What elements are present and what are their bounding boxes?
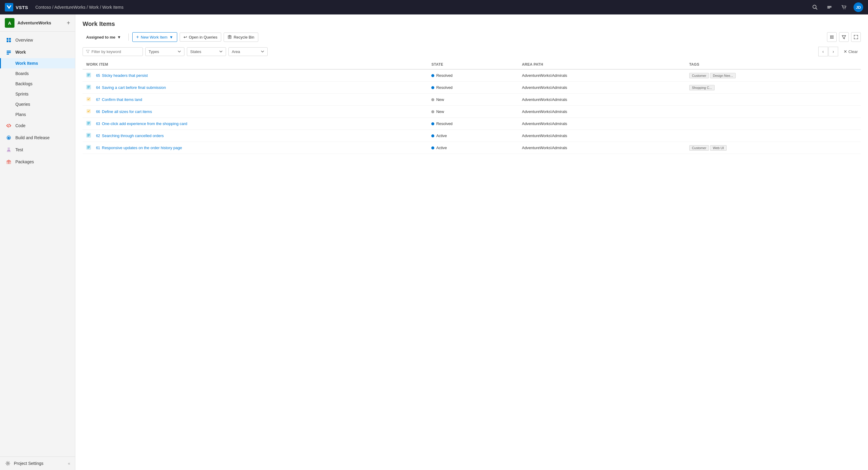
breadcrumb-work[interactable]: Work — [89, 5, 98, 10]
states-label: States — [190, 50, 201, 54]
col-state: State — [428, 60, 518, 69]
sidebar-item-work[interactable]: Work — [0, 46, 75, 58]
open-in-queries-icon: ↩ — [184, 35, 187, 39]
keyword-input-field[interactable] — [92, 50, 140, 54]
table-row[interactable]: 63One-click add experience from the shop… — [83, 118, 861, 130]
sidebar-item-boards[interactable]: Boards — [0, 68, 75, 79]
project-avatar: A — [5, 18, 14, 28]
toolbar: Assigned to me ▼ + New Work Item ▼ ↩ Ope… — [83, 32, 861, 42]
work-item-area-path: AdventureWorks\Admirals — [518, 69, 686, 82]
assigned-to-me-button[interactable]: Assigned to me ▼ — [83, 33, 125, 41]
user-avatar[interactable]: JD — [854, 2, 863, 12]
types-label: Types — [149, 50, 159, 54]
sidebar-collapse-icon[interactable]: « — [68, 461, 70, 466]
build-icon — [6, 135, 12, 141]
clear-filters-button[interactable]: ✕ Clear — [841, 47, 861, 56]
sidebar-label-work: Work — [16, 50, 26, 55]
table-row[interactable]: 66Define all sizes for cart itemsNewAdve… — [83, 106, 861, 118]
state-label: Resolved — [436, 85, 453, 90]
keyword-filter-input[interactable] — [83, 47, 143, 56]
sidebar-label-queries: Queries — [16, 102, 30, 107]
sidebar-item-work-items[interactable]: Work Items — [0, 58, 75, 68]
work-item-title[interactable]: Define all sizes for cart items — [102, 109, 152, 114]
filter-keyword-icon — [86, 50, 90, 54]
svg-rect-11 — [9, 40, 11, 42]
work-item-id: 62 — [93, 134, 100, 138]
sidebar-item-overview[interactable]: Overview — [0, 34, 75, 46]
svg-point-21 — [7, 463, 9, 464]
filter-prev-button[interactable]: ‹ — [818, 47, 828, 56]
table-row[interactable]: 64Saving a cart before final submissionR… — [83, 82, 861, 94]
types-dropdown[interactable]: Types — [145, 47, 184, 56]
table-row[interactable]: 62Searching through cancelled ordersActi… — [83, 130, 861, 142]
work-item-type-icon — [86, 121, 91, 127]
sidebar-footer-settings[interactable]: Project Settings « — [0, 457, 75, 470]
col-tags: Tags — [686, 60, 861, 69]
state-label: Resolved — [436, 73, 453, 78]
cart-button[interactable] — [839, 2, 849, 12]
tag-badge: Shopping C... — [689, 85, 715, 90]
work-item-title[interactable]: One-click add experience from the shoppi… — [102, 121, 187, 126]
area-dropdown[interactable]: Area — [228, 47, 268, 56]
recycle-bin-label: Recycle Bin — [234, 35, 254, 39]
work-item-title[interactable]: Confirm that items land — [102, 97, 142, 102]
work-item-cell: 61Responsive updates on the order histor… — [83, 142, 428, 154]
work-item-title[interactable]: Searching through cancelled orders — [102, 133, 164, 138]
sidebar-item-backlogs[interactable]: Backlogs — [0, 79, 75, 89]
fullscreen-icon — [854, 35, 858, 39]
state-label: New — [436, 97, 444, 102]
sidebar-item-code[interactable]: Code — [0, 120, 75, 132]
sidebar-label-plans: Plans — [16, 112, 26, 117]
app-logo[interactable]: VSTS — [5, 3, 28, 11]
settings-label: Project Settings — [14, 461, 43, 466]
open-in-queries-button[interactable]: ↩ Open in Queries — [180, 33, 221, 41]
filter-button[interactable] — [839, 32, 849, 42]
sidebar-item-build-release[interactable]: Build and Release — [0, 132, 75, 144]
work-item-title[interactable]: Saving a cart before final submission — [102, 85, 166, 90]
content-header: Work Items Assigned to me ▼ + New Work I… — [75, 14, 868, 47]
fullscreen-button[interactable] — [851, 32, 861, 42]
work-item-tags: Shopping C... — [686, 82, 861, 94]
sidebar-item-plans[interactable]: Plans — [0, 109, 75, 120]
sidebar-item-packages[interactable]: Packages — [0, 156, 75, 168]
states-dropdown[interactable]: States — [187, 47, 226, 56]
recycle-bin-icon — [227, 35, 232, 40]
work-item-type-icon — [86, 145, 91, 151]
filter-icon — [841, 35, 846, 39]
table-row[interactable]: 61Responsive updates on the order histor… — [83, 142, 861, 154]
breadcrumb-contoso[interactable]: Contoso — [35, 5, 51, 10]
sidebar-item-test[interactable]: Test — [0, 144, 75, 156]
search-button[interactable] — [810, 2, 820, 12]
sidebar-label-code: Code — [16, 123, 25, 128]
notifications-button[interactable] — [825, 2, 834, 12]
filter-next-button[interactable]: › — [829, 47, 838, 56]
overview-icon — [6, 37, 12, 43]
work-item-id: 61 — [93, 146, 100, 150]
table-row[interactable]: 67Confirm that items landNewAdventureWor… — [83, 94, 861, 106]
svg-rect-13 — [7, 52, 11, 53]
col-area-path: Area Path — [518, 60, 686, 69]
recycle-bin-button[interactable]: Recycle Bin — [224, 33, 258, 42]
work-item-state: Resolved — [428, 118, 518, 130]
sidebar-label-boards: Boards — [16, 71, 29, 76]
work-item-tags: CustomerWeb UI — [686, 142, 861, 154]
area-label: Area — [232, 50, 240, 54]
work-item-area-path: AdventureWorks\Admirals — [518, 106, 686, 118]
top-navigation: VSTS Contoso / AdventureWorks / Work / W… — [0, 0, 868, 14]
breadcrumb-adventureworks[interactable]: AdventureWorks — [54, 5, 85, 10]
area-chevron-icon — [261, 50, 264, 53]
breadcrumb-workitems[interactable]: Work Items — [102, 5, 124, 10]
tag-badge: Design Nee... — [710, 73, 736, 78]
sidebar-item-queries[interactable]: Queries — [0, 99, 75, 109]
table-row[interactable]: 65Sticky headers that persistResolvedAdv… — [83, 69, 861, 82]
work-item-title[interactable]: Responsive updates on the order history … — [102, 146, 182, 150]
work-item-title[interactable]: Sticky headers that persist — [102, 73, 148, 78]
column-options-button[interactable] — [827, 32, 837, 42]
sidebar-item-sprints[interactable]: Sprints — [0, 89, 75, 99]
add-project-button[interactable]: + — [67, 20, 70, 26]
state-label: Active — [436, 146, 447, 150]
svg-line-2 — [816, 8, 817, 10]
work-item-state: Active — [428, 142, 518, 154]
new-work-item-button[interactable]: + New Work Item ▼ — [132, 32, 177, 42]
state-label: New — [436, 109, 444, 114]
